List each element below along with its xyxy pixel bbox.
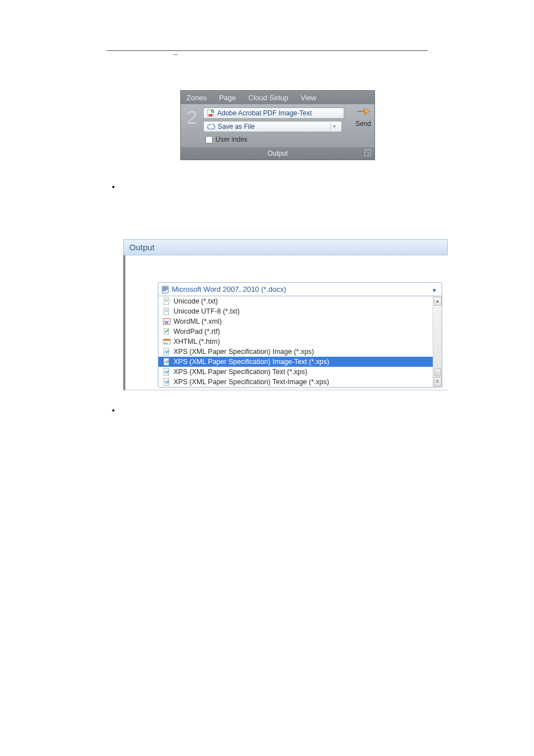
svg-rect-6 (163, 290, 166, 291)
ribbon-output-group: Zones Page Cloud Setup View 2 Adobe Acro… (180, 90, 375, 160)
svg-text:W: W (165, 320, 169, 325)
svg-rect-13 (165, 310, 168, 311)
tab-view[interactable]: View (301, 94, 316, 102)
tab-page[interactable]: Page (219, 94, 236, 102)
list-item[interactable]: XPS (XML Paper Specification) Image-Text… (158, 357, 442, 367)
svg-rect-12 (165, 310, 168, 310)
svg-rect-4 (163, 287, 168, 288)
svg-rect-14 (165, 311, 168, 312)
xps-icon (163, 378, 171, 386)
list-item[interactable]: W WordML (*.xml) (158, 316, 442, 326)
wordml-icon: W (163, 318, 171, 325)
user-index-check-input[interactable] (205, 136, 213, 143)
combo-selected-label: Microsoft Word 2007, 2010 (*.docx) (172, 285, 286, 293)
xps-icon (163, 358, 171, 366)
ribbon-group-label: Output ↘ (181, 147, 374, 160)
list-item[interactable]: xml XHTML (*.htm) (158, 337, 442, 347)
scroll-up-icon[interactable]: ▲ (434, 297, 442, 306)
list-item[interactable]: XPS (XML Paper Specification) Image (*.x… (158, 347, 442, 357)
output-options-panel: Output Microsoft Word 2007, 2010 (*.docx… (123, 239, 448, 390)
list-item[interactable]: XPS (XML Paper Specification) Text-Image… (158, 377, 442, 387)
scroll-down-icon[interactable]: ≡ (434, 377, 442, 386)
output-format-selector[interactable]: Adobe Acrobat PDF Image-Text (203, 108, 344, 119)
list-item[interactable]: Unicode (*.txt) (158, 296, 442, 306)
list-item[interactable]: XPS (XML Paper Specification) Text (*.xp… (158, 367, 442, 377)
svg-rect-10 (165, 301, 168, 302)
svg-rect-8 (165, 300, 168, 300)
dialog-launcher-icon[interactable]: ↘ (364, 150, 371, 156)
tab-cloud-setup[interactable]: Cloud Setup (249, 94, 289, 102)
user-index-checkbox[interactable]: User index (203, 134, 350, 145)
decorative-underscore: _ (174, 46, 177, 55)
xps-icon (163, 368, 171, 376)
docx-icon (162, 286, 170, 293)
output-destination-label: Save as File (218, 123, 255, 130)
scrollbar[interactable]: ▲ ≡ (433, 296, 442, 387)
tab-zones[interactable]: Zones (186, 94, 207, 102)
wordpad-icon (163, 328, 171, 335)
xps-icon (163, 348, 171, 356)
bullet: • (112, 406, 428, 415)
txt-icon (163, 307, 171, 315)
step-number: 2 (181, 104, 203, 147)
output-format-combo[interactable]: Microsoft Word 2007, 2010 (*.docx) ▼ Uni… (158, 282, 442, 388)
pdf-icon (207, 109, 215, 117)
ribbon-tab-strip: Zones Page Cloud Setup View (181, 91, 374, 104)
send-button[interactable]: Send (352, 104, 374, 147)
user-index-label: User index (216, 136, 247, 143)
output-destination-selector[interactable]: Save as File ▼ (203, 121, 342, 132)
list-item[interactable]: Unicode UTF-8 (*.txt) (158, 306, 442, 316)
output-format-label: Adobe Acrobat PDF Image-Text (217, 109, 312, 117)
svg-rect-5 (163, 288, 168, 290)
xhtml-icon: xml (163, 338, 171, 346)
svg-text:xml: xml (164, 342, 168, 344)
scroll-thumb[interactable] (434, 368, 441, 376)
svg-rect-9 (165, 300, 168, 301)
output-format-dropdown-list: Unicode (*.txt) Unicode UTF-8 (*.txt) W … (158, 296, 442, 387)
send-label: Send (355, 120, 371, 128)
list-item[interactable]: WordPad (*.rtf) (158, 326, 442, 337)
svg-rect-1 (209, 114, 213, 116)
bullet: • (112, 183, 428, 192)
chevron-down-icon: ▼ (432, 287, 437, 293)
send-arrow-icon (356, 106, 371, 116)
output-panel-title: Output (123, 239, 448, 255)
txt-icon (163, 297, 171, 305)
svg-rect-19 (163, 339, 170, 341)
cloud-icon (207, 124, 216, 130)
chevron-down-icon: ▼ (330, 123, 338, 130)
